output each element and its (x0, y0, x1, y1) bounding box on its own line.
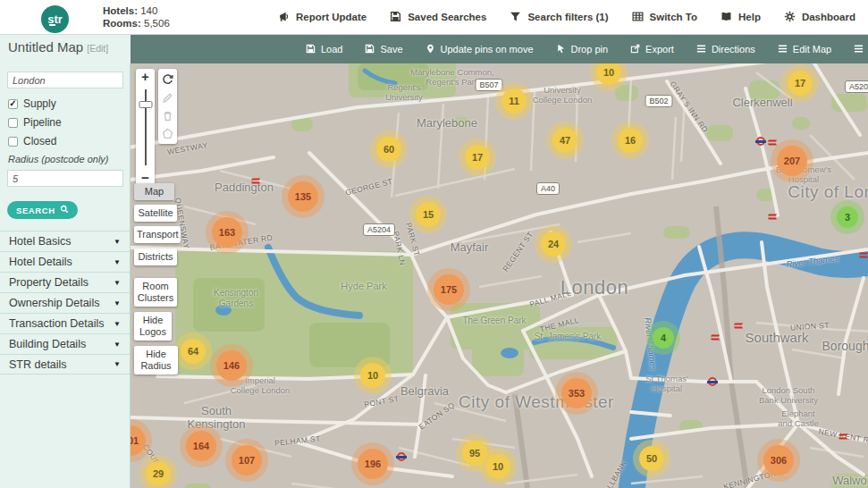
sidebar: ✓ Supply Pipeline Closed Radius (postcod… (0, 63, 131, 488)
list-icon (854, 44, 864, 55)
drop-pin-label: Drop pin (571, 44, 609, 55)
map-cluster-marker[interactable]: 163 (212, 217, 242, 248)
room-clusters-button[interactable]: Room Clusters (134, 278, 177, 307)
export-icon (630, 44, 640, 55)
map-cluster-marker[interactable]: 306 (763, 445, 794, 475)
section-ownership-details[interactable]: Ownership Details▼ (0, 292, 130, 313)
refresh-icon[interactable] (161, 72, 174, 87)
radius-input[interactable] (7, 170, 123, 187)
dashboard-button[interactable]: Dashboard (784, 11, 855, 24)
load-button[interactable]: Load (306, 44, 342, 55)
map-cluster-marker[interactable]: 29 (146, 461, 171, 486)
section-transaction-details[interactable]: Transaction Details▼ (0, 313, 130, 333)
search-icon (60, 205, 69, 215)
section-building-details[interactable]: Building Details▼ (0, 333, 130, 354)
map-cluster-marker[interactable]: 353 (561, 378, 592, 408)
closed-label: Closed (23, 135, 56, 147)
section-str-details[interactable]: STR details▼ (0, 354, 130, 374)
chevron-down-icon: ▼ (114, 279, 121, 287)
hide-logos-button[interactable]: Hide Logos (134, 312, 172, 341)
zoom-slider-handle[interactable] (139, 101, 152, 108)
help-button[interactable]: Help (721, 11, 761, 24)
map-cluster-marker[interactable]: 10 (596, 63, 621, 85)
map-cluster-marker[interactable]: 64 (181, 339, 206, 364)
map-cluster-marker[interactable]: 50 (639, 446, 664, 471)
map-cluster-marker[interactable]: 47 (552, 128, 577, 153)
map-layer-button[interactable]: Map (134, 183, 174, 200)
supply-checkbox[interactable]: ✓ (8, 99, 18, 109)
search-button[interactable]: SEARCH (7, 201, 78, 219)
cluster-count: 15 (423, 209, 434, 220)
megaphone-icon (278, 11, 290, 24)
dashboard-label: Dashboard (802, 12, 855, 22)
districts-layer-button[interactable]: Districts (134, 248, 177, 265)
map-cluster-marker[interactable]: 17 (465, 145, 490, 170)
cluster-count: 175 (441, 284, 457, 295)
section-label: Ownership Details (9, 297, 99, 309)
closed-checkbox[interactable] (8, 137, 18, 147)
hotels-stat-label: Hotels: (103, 5, 138, 16)
map-cluster-marker[interactable]: 3 (837, 206, 858, 228)
section-hotel-details[interactable]: Hotel Details▼ (0, 251, 130, 272)
transport-layer-button[interactable]: Transport (134, 226, 181, 243)
supply-checkbox-row[interactable]: ✓ Supply (8, 97, 130, 110)
polygon-icon[interactable] (161, 126, 174, 140)
map-cluster-marker[interactable]: 175 (434, 274, 464, 305)
drop-pin-button[interactable]: Drop pin (556, 44, 609, 55)
edit-map-button[interactable]: Edit Map (778, 44, 831, 55)
hide-radius-button[interactable]: Hide Radius (134, 346, 178, 374)
closed-checkbox-row[interactable]: Closed (8, 135, 130, 147)
directions-button[interactable]: Directions (696, 44, 755, 55)
section-label: Transaction Details (9, 317, 105, 330)
directions-label: Directions (712, 44, 755, 55)
cluster-count: 29 (153, 468, 164, 479)
update-pins-button[interactable]: Update pins on move (426, 44, 534, 55)
cluster-count: 24 (548, 239, 559, 249)
saved-searches-button[interactable]: Saved Searches (390, 11, 486, 24)
book-icon (721, 11, 732, 24)
map-canvas[interactable]: Marylebone Common, Regent's ParkRegent's… (131, 63, 868, 488)
zoom-in-button[interactable]: + (136, 69, 155, 85)
map-cluster-marker[interactable]: 17 (788, 71, 813, 96)
map-edit-link[interactable]: [Edit] (87, 43, 108, 54)
cluster-count: 146 (223, 360, 240, 371)
map-cluster-marker[interactable]: 16 (618, 128, 643, 153)
search-button-label: SEARCH (16, 206, 55, 215)
map-cluster-marker[interactable]: 10 (485, 454, 510, 479)
satellite-layer-button[interactable]: Satellite (134, 205, 177, 222)
map-cluster-marker[interactable]: 24 (541, 231, 566, 257)
map-cluster-marker[interactable]: 107 (232, 445, 262, 475)
cursor-icon (556, 44, 566, 55)
cluster-count: 17 (472, 152, 483, 163)
map-cluster-marker[interactable]: 101 (131, 425, 146, 456)
map-cluster-marker[interactable]: 146 (216, 350, 247, 381)
radius-label: Radius (postcode only) (8, 154, 130, 164)
map-title: Untitled Map (8, 39, 83, 55)
location-input[interactable] (7, 72, 123, 88)
hotel-list-button[interactable]: Hotel List (854, 44, 868, 55)
section-property-details[interactable]: Property Details▼ (0, 272, 130, 292)
map-cluster-marker[interactable]: 135 (288, 181, 318, 212)
save-button[interactable]: Save (365, 44, 402, 55)
section-hotel-basics[interactable]: Hotel Basics▼ (0, 231, 130, 251)
cluster-count: 95 (469, 448, 480, 459)
map-cluster-marker[interactable]: 164 (186, 431, 216, 461)
pipeline-checkbox-row[interactable]: Pipeline (8, 116, 130, 129)
export-button[interactable]: Export (630, 44, 674, 55)
trash-icon[interactable] (161, 108, 174, 122)
map-cluster-marker[interactable]: 207 (777, 146, 807, 176)
search-filters-button[interactable]: Search filters (1) (510, 11, 608, 24)
edit-pencil-icon[interactable] (161, 90, 174, 105)
report-update-button[interactable]: Report Update (278, 11, 367, 24)
map-cluster-marker[interactable]: 15 (416, 202, 441, 227)
map-cluster-marker[interactable]: 60 (376, 137, 401, 162)
pipeline-checkbox[interactable] (8, 118, 18, 128)
map-cluster-marker[interactable]: 4 (653, 327, 674, 349)
section-label: Hotel Details (9, 256, 72, 268)
map-cluster-marker[interactable]: 10 (360, 363, 385, 388)
floppy-icon (365, 44, 375, 55)
map-cluster-marker[interactable]: 196 (358, 449, 388, 479)
map-cluster-marker[interactable]: 95 (462, 441, 487, 466)
map-cluster-marker[interactable]: 11 (501, 88, 527, 114)
switch-to-button[interactable]: Switch To (632, 11, 697, 24)
